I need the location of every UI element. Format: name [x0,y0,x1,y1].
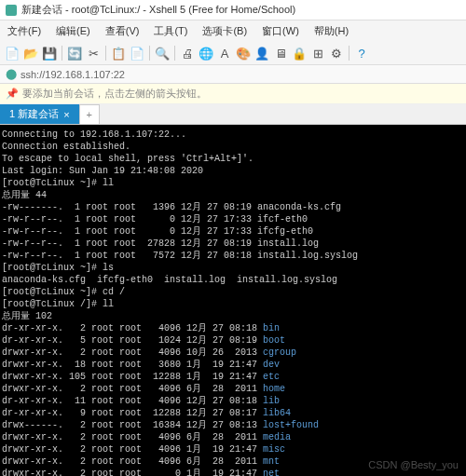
hint-bar: 📌 要添加当前会话，点击左侧的箭头按钮。 [0,84,466,104]
address-text[interactable]: ssh://192.168.1.107:22 [21,69,125,80]
menu-view[interactable]: 查看(V) [98,22,147,40]
terminal-output[interactable]: Connecting to 192.168.1.107:22...Connect… [0,125,466,476]
hint-text: 要添加当前会话，点击左侧的箭头按钮。 [22,87,207,101]
print-icon[interactable]: 🖨 [179,45,196,61]
color-icon[interactable]: 🎨 [235,45,252,61]
help-icon[interactable]: ? [353,45,370,61]
watermark: CSDN @Besty_you [368,459,459,470]
save-icon[interactable]: 💾 [41,45,58,61]
close-icon[interactable]: × [63,109,69,120]
search-icon[interactable]: 🔍 [154,45,171,61]
pin-icon[interactable]: 📌 [6,88,19,100]
font-icon[interactable]: A [216,45,233,61]
menu-file[interactable]: 文件(F) [0,22,48,40]
title-bar: 新建会话 - root@TcLinux:/ - Xshell 5 (Free f… [0,0,466,20]
menu-help[interactable]: 帮助(H) [307,22,356,40]
menu-window[interactable]: 窗口(W) [254,22,307,40]
new-icon[interactable]: 📄 [4,45,21,61]
toolbar: 📄 📂 💾 🔄 ✂ 📋 📄 🔍 🖨 🌐 A 🎨 👤 🖥 🔒 ⊞ ⚙ ? [0,42,466,65]
globe-icon[interactable]: 🌐 [198,45,214,61]
paste-icon[interactable]: 📄 [129,45,145,61]
tab-bar: 1 新建会话 × + [0,104,466,125]
tab-add-button[interactable]: + [79,104,100,124]
window-title: 新建会话 - root@TcLinux:/ - Xshell 5 (Free f… [21,3,295,17]
user-icon[interactable]: 👤 [254,45,270,61]
copy-icon[interactable]: 📋 [110,45,127,61]
address-bar: ⬤ ssh://192.168.1.107:22 [0,65,466,84]
tab-label: 1 新建会话 [9,107,59,121]
menu-tab[interactable]: 选项卡(B) [195,22,254,40]
tab-session-1[interactable]: 1 新建会话 × [0,104,79,124]
lock-icon[interactable]: 🔒 [291,45,308,61]
menu-tools[interactable]: 工具(T) [146,22,195,40]
gear-icon[interactable]: ⚙ [328,45,345,61]
menu-bar: 文件(F) 编辑(E) 查看(V) 工具(T) 选项卡(B) 窗口(W) 帮助(… [0,20,466,42]
open-icon[interactable]: 📂 [22,45,39,61]
screen-icon[interactable]: 🖥 [272,45,289,61]
menu-edit[interactable]: 编辑(E) [48,22,98,40]
reconnect-icon[interactable]: 🔄 [66,45,83,61]
app-icon [6,5,17,16]
layout-icon[interactable]: ⊞ [309,45,326,61]
ssh-icon: ⬤ [6,68,17,80]
disconnect-icon[interactable]: ✂ [85,45,102,61]
